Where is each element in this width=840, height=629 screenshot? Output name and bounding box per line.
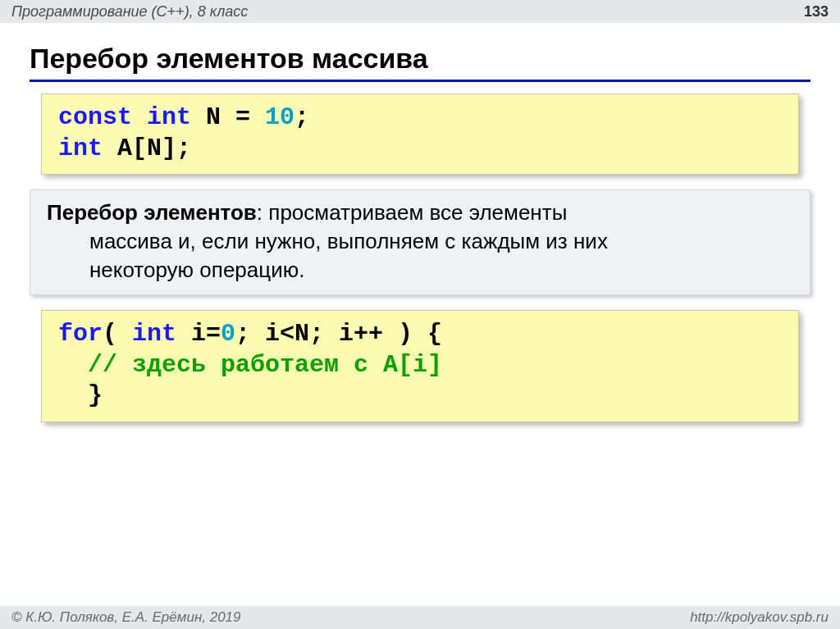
copyright: © К.Ю. Поляков, Е.А. Ерёмин, 2019 [11,609,241,626]
number-literal: 0 [221,320,235,348]
code-text: A[N]; [103,134,191,162]
footer-url: http://kpolyakov.spb.ru [690,609,829,626]
code-text: ; i<N; i++ ) { [235,320,442,348]
slide: Программирование (C++), 8 класс 133 Пере… [0,0,840,629]
definition-text: : просматриваем все элементы [257,200,567,225]
code-block-declaration: const int N = 10; int A[N]; [41,93,799,175]
comment: // здесь работаем с A[i] [58,351,442,379]
keyword: int [147,103,191,131]
header-bar: Программирование (C++), 8 класс 133 [0,0,840,23]
code-text: i= [176,320,221,348]
code-text: N = [191,103,265,131]
slide-title: Перебор элементов массива [30,43,810,75]
header-subject: Программирование (C++), 8 класс [11,3,248,21]
definition-box: Перебор элементов: просматриваем все эле… [30,189,810,295]
keyword: for [58,320,103,348]
code-text: } [58,381,103,409]
keyword: int [58,134,103,162]
code-block-loop: for( int i=0; i<N; i++ ) { // здесь рабо… [41,310,799,422]
title-underline [30,80,810,82]
number-literal: 10 [265,103,294,131]
code-text: ; [294,103,309,131]
definition-text: некоторую операцию. [47,256,793,285]
code-text: ( [103,320,132,348]
keyword: int [132,320,176,348]
page-number: 133 [804,3,829,21]
footer-bar: © К.Ю. Поляков, Е.А. Ерёмин, 2019 http:/… [0,606,840,629]
definition-text: массива и, если нужно, выполняем с кажды… [47,227,793,256]
keyword: const [58,103,132,131]
definition-term: Перебор элементов [47,200,257,225]
